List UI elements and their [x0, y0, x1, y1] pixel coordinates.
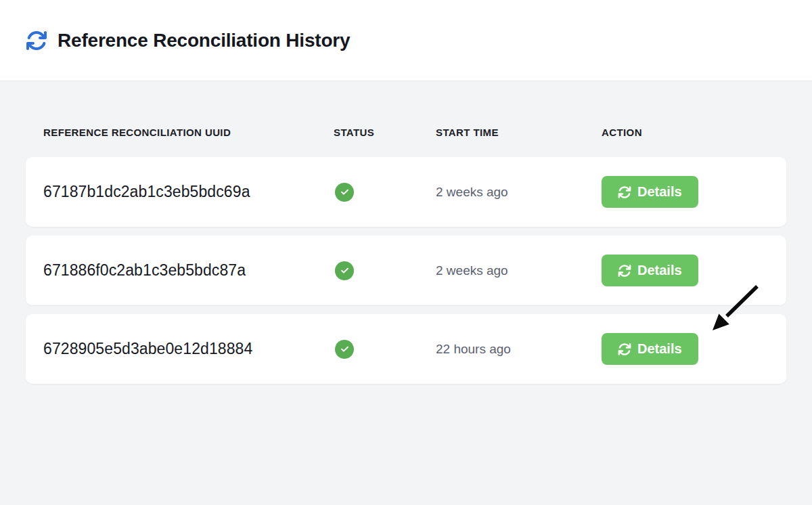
details-button[interactable]: Details — [602, 333, 698, 365]
check-icon — [340, 187, 350, 197]
page-header: Reference Reconciliation History — [0, 0, 812, 81]
details-button-label: Details — [637, 263, 682, 278]
details-button-label: Details — [637, 184, 682, 200]
action-cell: Details — [602, 333, 769, 365]
status-cell — [334, 261, 436, 280]
sync-icon — [618, 185, 631, 199]
table-row: 67187b1dc2ab1c3eb5bdc69a 2 weeks ago Det… — [26, 157, 786, 227]
column-header-status: STATUS — [334, 127, 436, 138]
action-cell: Details — [602, 255, 769, 286]
details-button[interactable]: Details — [602, 255, 698, 286]
success-status-badge — [335, 340, 354, 359]
uuid-cell: 67187b1dc2ab1c3eb5bdc69a — [43, 183, 334, 201]
uuid-cell: 6728905e5d3abe0e12d18884 — [43, 340, 334, 358]
check-icon — [340, 265, 350, 276]
action-cell: Details — [602, 176, 769, 208]
column-header-uuid: REFERENCE RECONCILIATION UUID — [43, 127, 334, 138]
uuid-cell: 671886f0c2ab1c3eb5bdc87a — [43, 261, 334, 280]
start-time-cell: 2 weeks ago — [436, 263, 602, 278]
table-header-row: REFERENCE RECONCILIATION UUID STATUS STA… — [26, 127, 786, 138]
page-title: Reference Reconciliation History — [58, 30, 350, 51]
table-row: 671886f0c2ab1c3eb5bdc87a 2 weeks ago Det… — [26, 236, 786, 305]
check-icon — [340, 344, 350, 354]
status-cell — [334, 340, 436, 359]
details-button[interactable]: Details — [602, 176, 698, 208]
history-table: REFERENCE RECONCILIATION UUID STATUS STA… — [0, 81, 812, 384]
sync-icon — [618, 343, 631, 356]
start-time-cell: 2 weeks ago — [436, 185, 602, 200]
start-time-cell: 22 hours ago — [436, 342, 602, 357]
column-header-start-time: START TIME — [436, 127, 602, 138]
sync-icon — [26, 30, 47, 51]
status-cell — [334, 183, 436, 202]
success-status-badge — [335, 183, 354, 202]
sync-icon — [618, 264, 631, 278]
column-header-action: ACTION — [602, 127, 769, 138]
table-row: 6728905e5d3abe0e12d18884 22 hours ago De… — [26, 314, 786, 384]
details-button-label: Details — [637, 341, 682, 357]
success-status-badge — [335, 261, 354, 280]
